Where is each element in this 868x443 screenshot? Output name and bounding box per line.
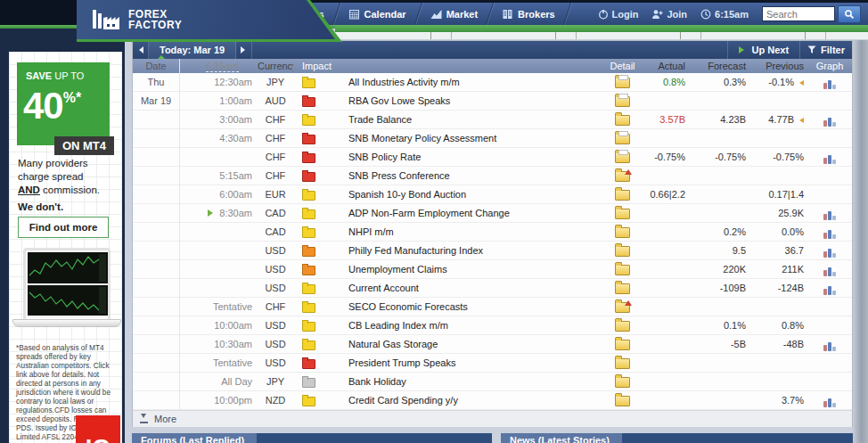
- prev-day-button[interactable]: [133, 41, 149, 59]
- impact-cell[interactable]: [295, 223, 340, 242]
- impact-cell[interactable]: [295, 167, 340, 185]
- news-section-tab[interactable]: News (Latest Stories): [501, 433, 622, 443]
- event-name[interactable]: NHPI m/m: [340, 223, 607, 242]
- detail-cell[interactable]: [607, 204, 638, 223]
- impact-cell[interactable]: [295, 148, 340, 167]
- impact-cell[interactable]: [295, 260, 340, 279]
- detail-cell[interactable]: [607, 223, 638, 242]
- impact-cell[interactable]: [295, 279, 340, 298]
- graph-cell[interactable]: [806, 260, 854, 279]
- event-name[interactable]: SNB Policy Rate: [340, 148, 607, 167]
- graph-cell[interactable]: [806, 111, 854, 129]
- event-name[interactable]: Bank Holiday: [340, 373, 607, 391]
- event-name[interactable]: All Industries Activity m/m: [340, 73, 607, 92]
- impact-cell[interactable]: [295, 129, 340, 148]
- ig-logo[interactable]: IG: [76, 415, 120, 443]
- impact-cell[interactable]: [295, 73, 340, 92]
- find-out-more-button[interactable]: Find out more: [18, 217, 109, 238]
- event-name[interactable]: ADP Non-Farm Employment Change: [340, 204, 607, 223]
- previous-label: -0.75%: [773, 152, 804, 162]
- impact-cell[interactable]: [295, 373, 340, 391]
- current-time: 6:15am: [715, 9, 749, 20]
- login-link[interactable]: Login: [598, 9, 639, 20]
- event-name[interactable]: Credit Card Spending y/y: [340, 391, 607, 410]
- impact-cell[interactable]: [295, 92, 340, 111]
- detail-cell[interactable]: [607, 373, 638, 391]
- detail-cell[interactable]: [607, 185, 638, 204]
- event-name[interactable]: SNB Press Conference: [340, 167, 607, 185]
- previous-label: 0.8%: [782, 320, 804, 331]
- graph-cell[interactable]: [806, 335, 854, 354]
- impact-cell[interactable]: [295, 316, 340, 335]
- detail-cell[interactable]: [607, 316, 638, 335]
- impact-cell[interactable]: [295, 391, 340, 410]
- ig-advertisement[interactable]: SAVE UP TO 40%* ON MT4 Many providers ch…: [9, 52, 122, 443]
- more-link[interactable]: More: [133, 410, 852, 427]
- detail-cell[interactable]: [607, 111, 638, 129]
- today-tab[interactable]: Today: Mar 19: [149, 41, 236, 59]
- laptop-base: [12, 319, 121, 327]
- event-name[interactable]: President Trump Speaks: [340, 354, 607, 373]
- filter-button[interactable]: Filter: [799, 41, 852, 59]
- graph-cell[interactable]: [806, 73, 854, 92]
- calendar-icon: [348, 9, 360, 20]
- detail-cell[interactable]: [607, 167, 638, 185]
- graph-cell[interactable]: [806, 242, 854, 260]
- event-name[interactable]: RBA Gov Lowe Speaks: [340, 92, 607, 111]
- event-name[interactable]: Trade Balance: [340, 111, 607, 129]
- folder-icon: [615, 358, 630, 369]
- impact-cell[interactable]: [295, 204, 340, 223]
- forex-factory-logo[interactable]: FOREX FACTORY: [77, 0, 335, 39]
- detail-cell[interactable]: [607, 242, 638, 260]
- event-name[interactable]: SECO Economic Forecasts: [340, 298, 607, 316]
- nav-brokers[interactable]: Brokers: [490, 3, 567, 25]
- join-link[interactable]: Join: [651, 9, 687, 20]
- nav-market[interactable]: Market: [419, 3, 489, 25]
- ad-banner-green-band[interactable]: [335, 25, 868, 32]
- detail-cell[interactable]: [607, 298, 638, 316]
- up-next-button[interactable]: Up Next: [727, 41, 800, 59]
- impact-cell[interactable]: [295, 298, 340, 316]
- previous-label: 0.17|1.4: [768, 189, 804, 200]
- graph-cell[interactable]: [806, 391, 854, 410]
- event-name[interactable]: SNB Monetary Policy Assessment: [340, 129, 607, 148]
- graph-cell[interactable]: [806, 204, 854, 223]
- event-name[interactable]: Natural Gas Storage: [340, 335, 607, 354]
- event-name[interactable]: Current Account: [340, 279, 607, 298]
- graph-cell[interactable]: [806, 279, 854, 298]
- detail-cell[interactable]: [607, 391, 638, 410]
- impact-cell[interactable]: [295, 185, 340, 204]
- event-name[interactable]: CB Leading Index m/m: [340, 316, 607, 335]
- impact-cell[interactable]: [295, 242, 340, 260]
- detail-cell[interactable]: [607, 148, 638, 167]
- graph-cell[interactable]: [806, 148, 854, 167]
- detail-cell[interactable]: [607, 92, 638, 111]
- impact-cell[interactable]: [295, 354, 340, 373]
- search-button[interactable]: [838, 5, 861, 23]
- event-name[interactable]: Philly Fed Manufacturing Index: [340, 242, 607, 260]
- event-name[interactable]: Unemployment Claims: [340, 260, 607, 279]
- time-cell: 5:15am: [179, 167, 265, 185]
- date-cell: [133, 354, 179, 373]
- clock-time[interactable]: 6:15am: [700, 9, 749, 20]
- previous-value: 211K: [748, 260, 806, 279]
- impact-cell[interactable]: [295, 111, 340, 129]
- detail-cell[interactable]: [607, 129, 638, 148]
- detail-cell[interactable]: [607, 260, 638, 279]
- next-day-button[interactable]: [236, 41, 252, 59]
- nav-calendar[interactable]: Calendar: [337, 3, 418, 25]
- detail-cell[interactable]: [607, 354, 638, 373]
- detail-cell[interactable]: [607, 335, 638, 354]
- search-input[interactable]: [762, 6, 835, 21]
- forums-section-tab[interactable]: Forums (Last Replied): [132, 433, 257, 443]
- graph-cell[interactable]: [806, 223, 854, 242]
- col-time-timezone[interactable]: 6:15am: [206, 61, 239, 72]
- actual-value: [638, 391, 687, 410]
- event-name[interactable]: Spanish 10-y Bond Auction: [340, 185, 607, 204]
- detail-cell[interactable]: [607, 73, 638, 92]
- previous-value: [748, 129, 806, 148]
- col-forecast: Forecast: [687, 59, 748, 73]
- impact-cell[interactable]: [295, 335, 340, 354]
- detail-cell[interactable]: [607, 279, 638, 298]
- table-row: 6:00amEURSpanish 10-y Bond Auction0.66|2…: [133, 185, 852, 204]
